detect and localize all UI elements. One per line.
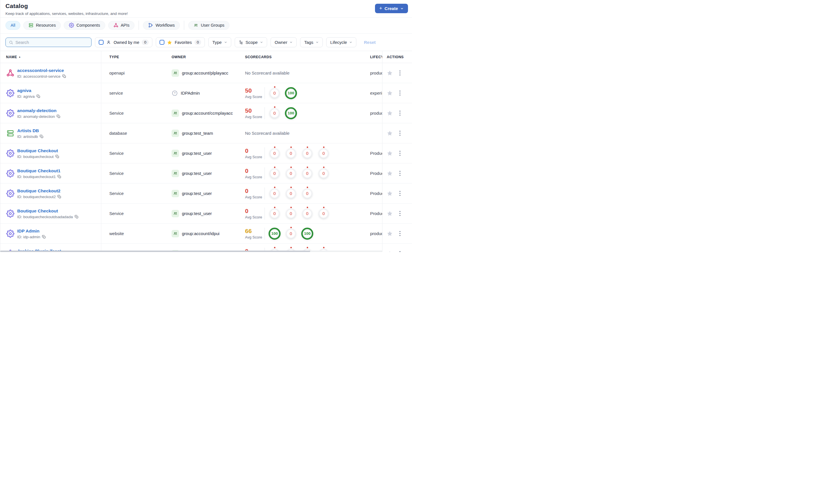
copy-icon[interactable] — [42, 235, 46, 239]
owner-group-icon — [172, 190, 179, 197]
scorecard-badge[interactable]: 0 — [270, 188, 280, 199]
scrollbar-thumb[interactable] — [0, 251, 310, 252]
entity-name-link[interactable]: Boutique Checkout — [17, 148, 60, 153]
owned-by-me-filter[interactable]: Owned by me 0 — [95, 37, 152, 47]
tab-resources[interactable]: Resources — [23, 21, 61, 30]
favorite-star-icon[interactable] — [387, 170, 393, 176]
owner-label: group:account/idpui — [182, 231, 219, 236]
copy-icon[interactable] — [58, 174, 62, 178]
favorites-checkbox[interactable] — [160, 40, 165, 45]
owned-by-me-checkbox[interactable] — [99, 40, 104, 45]
tab-all[interactable]: All — [5, 21, 20, 30]
scorecard-badge[interactable]: 0 — [302, 168, 312, 178]
tab-apis[interactable]: APIs — [108, 21, 135, 30]
copy-icon[interactable] — [56, 154, 60, 158]
column-header-name[interactable]: NAME ▲ — [0, 51, 101, 63]
catalog-page: Catalog Keep track of applications, serv… — [0, 0, 412, 252]
copy-icon[interactable] — [58, 195, 62, 199]
row-menu-icon[interactable] — [398, 150, 402, 157]
scorecard-badge[interactable]: 0 — [319, 168, 328, 178]
copy-icon[interactable] — [62, 74, 66, 78]
row-menu-icon[interactable] — [398, 190, 402, 197]
scorecard-badge[interactable]: 0 — [270, 108, 280, 118]
copy-icon[interactable] — [57, 114, 61, 118]
entity-name-link[interactable]: anomaly-detection — [17, 108, 61, 113]
entity-name-link[interactable]: Artists DB — [17, 128, 43, 133]
favorite-star-icon[interactable] — [387, 150, 393, 156]
favorite-star-icon[interactable] — [387, 251, 393, 252]
column-header-type[interactable]: TYPE — [101, 51, 168, 63]
scorecard-badge[interactable]: 0 — [270, 168, 280, 178]
entity-name-link[interactable]: IDP Admin — [17, 228, 46, 234]
scorecard-badge[interactable]: 0 — [286, 229, 296, 239]
favorite-star-icon[interactable] — [387, 90, 393, 96]
scorecard-badge[interactable]: 0 — [270, 88, 280, 98]
scorecard-badges: 0000 — [269, 168, 330, 178]
name-block: anomaly-detection ID: anomaly-detection — [17, 108, 61, 119]
tab-components[interactable]: Components — [64, 21, 105, 30]
tags-dropdown[interactable]: Tags — [300, 37, 323, 47]
copy-icon[interactable] — [75, 215, 79, 219]
scorecard-badge[interactable]: 0 — [270, 209, 280, 219]
entity-kind-icon — [6, 109, 15, 118]
scorecard-badge[interactable]: 0 — [286, 209, 296, 219]
lifecycle-dropdown[interactable]: Lifecycle — [326, 37, 356, 47]
type-dropdown[interactable]: Type — [208, 37, 231, 47]
scorecard-badge[interactable]: 0 — [302, 188, 312, 199]
owner-dropdown[interactable]: Owner — [271, 37, 297, 47]
page-header-text: Catalog Keep track of applications, serv… — [5, 3, 128, 16]
create-button[interactable]: + Create — [375, 4, 408, 13]
scorecard-badge[interactable]: 0 — [302, 148, 312, 158]
name-cell: Boutique Checkout1 ID: boutiquecheckout1 — [0, 163, 101, 183]
favorite-star-icon[interactable] — [387, 130, 393, 136]
scorecard-badge[interactable]: 0 — [319, 148, 328, 158]
name-block: Artists DB ID: artistsdb — [17, 128, 43, 139]
scorecard-divider — [265, 187, 265, 200]
favorite-star-icon[interactable] — [387, 70, 393, 76]
entity-name-link[interactable]: Boutique Checkout2 — [17, 188, 62, 194]
scope-dropdown[interactable]: Scope — [235, 37, 268, 47]
name-cell: IDP Admin ID: idp-admin — [0, 224, 101, 243]
row-menu-icon[interactable] — [398, 70, 402, 77]
favorites-filter[interactable]: Favorites 0 — [156, 37, 205, 47]
scorecards-cell: 66 Avg Score 1000100 — [243, 224, 369, 243]
favorite-star-icon[interactable] — [387, 231, 393, 237]
row-menu-icon[interactable] — [398, 250, 402, 252]
favorite-star-icon[interactable] — [387, 191, 393, 197]
entity-name-link[interactable]: Boutique Checkout1 — [17, 168, 62, 173]
column-header-owner[interactable]: OWNER — [168, 51, 243, 63]
scorecard-badge[interactable]: 100 — [285, 107, 297, 119]
scorecard-badge[interactable]: 100 — [269, 228, 281, 240]
scorecard-badge[interactable]: 0 — [319, 209, 328, 219]
horizontal-scrollbar[interactable] — [0, 251, 383, 252]
owner-cell: ? group:test_user — [168, 183, 243, 203]
row-menu-icon[interactable] — [398, 90, 402, 97]
scorecard-badge[interactable]: 0 — [270, 148, 280, 158]
row-menu-icon[interactable] — [398, 230, 402, 237]
favorite-star-icon[interactable] — [387, 211, 393, 217]
scorecard-badge[interactable]: 0 — [286, 148, 296, 158]
favorite-star-icon[interactable] — [387, 110, 393, 116]
entity-type: openapi — [101, 63, 168, 83]
row-menu-icon[interactable] — [398, 110, 402, 117]
scorecard-badge[interactable]: 100 — [301, 228, 313, 240]
scorecard-badge[interactable]: 0 — [286, 188, 296, 199]
entity-name-link[interactable]: accesscontrol-service — [17, 68, 66, 73]
row-menu-icon[interactable] — [398, 210, 402, 217]
chevron-down-icon — [400, 7, 404, 10]
entity-kind-icon — [6, 209, 15, 218]
copy-icon[interactable] — [39, 134, 43, 138]
tab-user-groups[interactable]: User Groups — [188, 21, 229, 30]
scorecard-badge[interactable]: 100 — [285, 87, 297, 99]
row-menu-icon[interactable] — [398, 170, 402, 177]
row-menu-icon[interactable] — [398, 130, 402, 137]
search-input[interactable] — [15, 40, 88, 45]
entity-name-link[interactable]: Boutique Checkout — [17, 208, 79, 214]
reset-filters-link[interactable]: Reset — [364, 40, 376, 45]
entity-name-link[interactable]: agniva — [17, 88, 40, 93]
tab-workflows[interactable]: Workflows — [143, 21, 180, 30]
column-header-lifecycle[interactable]: LIFECYCLE — [369, 51, 383, 63]
scorecard-badge[interactable]: 0 — [302, 209, 312, 219]
copy-icon[interactable] — [36, 94, 40, 98]
scorecard-badge[interactable]: 0 — [286, 168, 296, 178]
